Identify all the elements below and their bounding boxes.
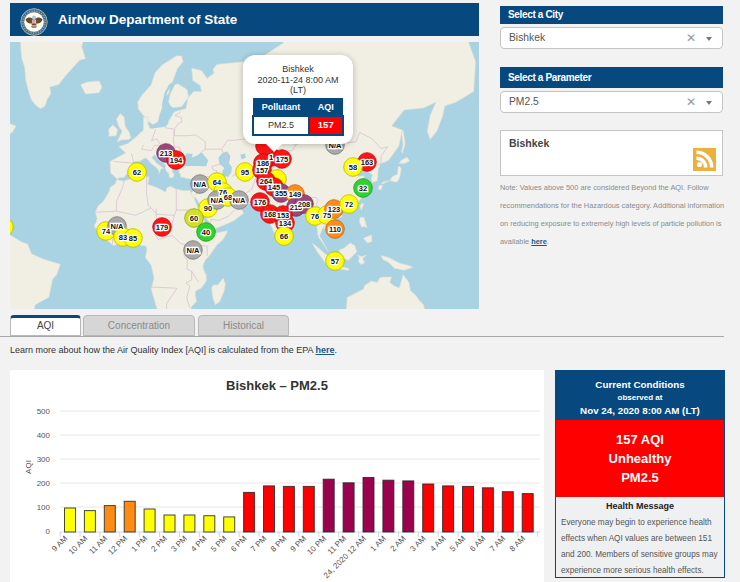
- svg-text:40: 40: [202, 228, 210, 237]
- svg-text:72: 72: [345, 200, 353, 209]
- svg-text:3 AM: 3 AM: [408, 534, 427, 553]
- svg-text:0: 0: [46, 527, 51, 536]
- svg-text:175: 175: [276, 155, 289, 164]
- svg-text:90: 90: [204, 204, 212, 213]
- svg-text:68: 68: [224, 193, 232, 202]
- svg-text:208: 208: [298, 200, 311, 209]
- svg-text:57: 57: [331, 257, 339, 266]
- svg-text:11 AM: 11 AM: [87, 534, 109, 556]
- svg-text:95: 95: [241, 168, 249, 177]
- svg-text:10 PM: 10 PM: [305, 534, 328, 557]
- svg-text:10 AM: 10 AM: [67, 534, 90, 557]
- svg-text:N/A: N/A: [187, 246, 201, 255]
- svg-text:200: 200: [37, 479, 51, 488]
- svg-text:32: 32: [359, 184, 367, 193]
- svg-text:194: 194: [170, 156, 183, 165]
- svg-text:6 AM: 6 AM: [468, 534, 487, 553]
- svg-text:N/A: N/A: [211, 196, 225, 205]
- svg-text:1 AM: 1 AM: [369, 534, 388, 553]
- svg-text:12 PM: 12 PM: [106, 534, 129, 557]
- svg-text:157: 157: [256, 166, 269, 175]
- svg-text:8 PM: 8 PM: [269, 534, 289, 554]
- svg-text:123: 123: [328, 205, 341, 214]
- svg-text:4 AM: 4 AM: [428, 534, 447, 553]
- svg-text:7 AM: 7 AM: [488, 534, 507, 553]
- svg-text:179: 179: [156, 223, 169, 232]
- svg-text:149: 149: [289, 190, 302, 199]
- svg-text:85: 85: [129, 234, 137, 243]
- svg-text:5 AM: 5 AM: [448, 534, 467, 553]
- svg-text:168: 168: [264, 210, 277, 219]
- svg-text:N/A: N/A: [111, 222, 125, 231]
- svg-text:355: 355: [275, 189, 288, 198]
- svg-text:N/A: N/A: [233, 196, 247, 205]
- svg-text:AQI: AQI: [24, 460, 33, 474]
- svg-text:7 PM: 7 PM: [249, 534, 269, 554]
- svg-text:6 PM: 6 PM: [229, 534, 249, 554]
- svg-text:60: 60: [190, 214, 198, 223]
- svg-text:2 PM: 2 PM: [149, 534, 169, 554]
- svg-text:4 PM: 4 PM: [189, 534, 209, 554]
- svg-text:1: 1: [269, 153, 273, 162]
- svg-text:100: 100: [37, 503, 51, 512]
- svg-text:5 PM: 5 PM: [209, 534, 229, 554]
- svg-text:3 PM: 3 PM: [169, 534, 189, 554]
- svg-text:66: 66: [280, 232, 288, 241]
- svg-text:134: 134: [279, 219, 292, 228]
- svg-text:300: 300: [37, 455, 51, 464]
- svg-text:1 PM: 1 PM: [129, 534, 149, 554]
- svg-text:58: 58: [349, 163, 357, 172]
- svg-text:176: 176: [254, 198, 267, 207]
- svg-text:76: 76: [311, 212, 319, 221]
- svg-text:N/A: N/A: [194, 180, 208, 189]
- svg-text:163: 163: [361, 158, 374, 167]
- svg-text:2 AM: 2 AM: [388, 534, 407, 553]
- svg-text:400: 400: [37, 431, 51, 440]
- svg-text:64: 64: [213, 178, 222, 187]
- svg-text:500: 500: [37, 407, 51, 416]
- svg-text:8 AM: 8 AM: [508, 534, 527, 553]
- svg-text:110: 110: [329, 225, 341, 234]
- svg-text:62: 62: [133, 168, 141, 177]
- svg-text:83: 83: [119, 233, 127, 242]
